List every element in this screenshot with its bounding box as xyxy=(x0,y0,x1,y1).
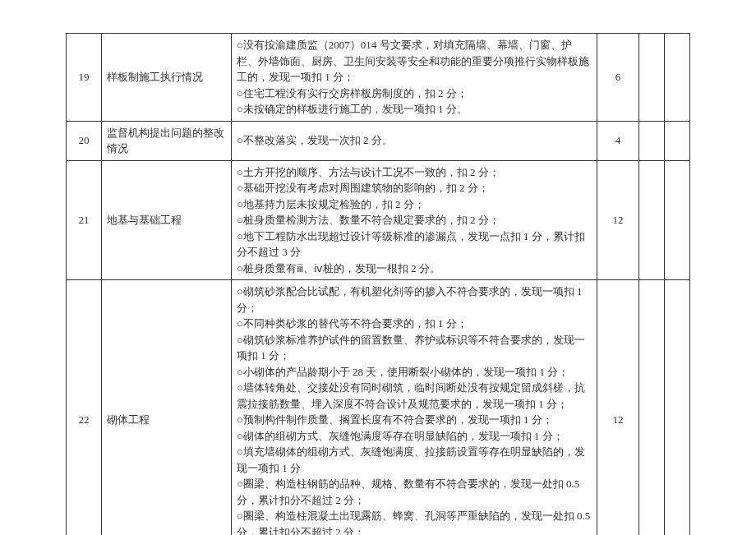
table-row: 19 样板制施工执行情况 ○没有按渝建质监（2007）014 号文要求，对填充隔… xyxy=(67,34,690,122)
item-name: 砌体工程 xyxy=(102,280,232,536)
desc-line: ○墙体转角处、交接处没有同时砌筑，临时间断处没有按规定留成斜槎，抗震拉接筋数量、… xyxy=(237,380,592,412)
blank-cell xyxy=(639,280,665,536)
desc-line: ○桩身质量检测方法、数量不符合规定要求的，扣 2 分； xyxy=(237,212,592,228)
desc-line: ○砌筑砂浆配合比试配，有机塑化剂等的掺入不符合要求的，发现一项扣 1 分； xyxy=(237,284,592,316)
desc-line: ○不整改落实，发现一次扣 2 分。 xyxy=(237,132,592,149)
desc-line: ○土方开挖的顺序、方法与设计工况不一致的，扣 2 分； xyxy=(237,164,592,181)
item-score: 12 xyxy=(597,160,639,280)
item-desc: ○没有按渝建质监（2007）014 号文要求，对填充隔墙、幕墙、门窗、护栏、外墙… xyxy=(232,34,597,122)
item-name: 样板制施工执行情况 xyxy=(102,34,232,122)
item-desc: ○砌筑砂浆配合比试配，有机塑化剂等的掺入不符合要求的，发现一项扣 1 分； ○不… xyxy=(232,280,597,536)
scoring-table: 19 样板制施工执行情况 ○没有按渝建质监（2007）014 号文要求，对填充隔… xyxy=(66,33,690,535)
desc-line: ○未按确定的样板进行施工的，发现一项扣 1 分。 xyxy=(237,101,592,118)
item-score: 6 xyxy=(597,34,639,122)
row-number: 19 xyxy=(67,34,102,122)
row-number: 20 xyxy=(67,121,102,160)
desc-line: ○预制构件制作质量、搁置长度有不符合要求的，发现一项扣 1 分； xyxy=(237,412,592,428)
table-row: 22 砌体工程 ○砌筑砂浆配合比试配，有机塑化剂等的掺入不符合要求的，发现一项扣… xyxy=(67,280,690,536)
desc-line: ○填充墙砌体的组砌方式、灰缝饱满度、拉接筋设置等存在明显缺陷的，发现一项扣 1 … xyxy=(237,444,592,476)
desc-line: ○住宅工程没有实行交房样板房制度的，扣 2 分； xyxy=(237,85,592,102)
desc-line: ○砌体的组砌方式、灰缝饱满度等存在明显缺陷的，发现一项扣 1 分； xyxy=(237,428,592,445)
blank-cell xyxy=(639,121,665,160)
item-name: 地基与基础工程 xyxy=(102,160,232,280)
item-score: 12 xyxy=(597,280,639,536)
desc-line: ○桩身质量有ⅲ、ⅳ桩的，发现一根扣 2 分。 xyxy=(237,261,592,277)
desc-line: ○不同种类砂浆的替代等不符合要求的，扣 1 分； xyxy=(237,316,592,332)
desc-line: ○地下工程防水出现超过设计等级标准的渗漏点，发现一点扣 1 分，累计扣分不超过 … xyxy=(237,228,592,261)
desc-line: ○小砌体的产品龄期小于 28 天，使用断裂小砌体的，发现一项扣 1 分； xyxy=(237,364,592,380)
row-number: 21 xyxy=(67,160,102,280)
desc-line: ○圈梁、构造柱混凝土出现露筋、蜂窝、孔洞等严重缺陷的，发现一处扣 0.5 分，累… xyxy=(237,508,592,535)
desc-line: ○地基持力层未按规定检验的，扣 2 分； xyxy=(237,196,592,213)
blank-cell xyxy=(665,160,690,280)
desc-line: ○没有按渝建质监（2007）014 号文要求，对填充隔墙、幕墙、门窗、护栏、外墙… xyxy=(237,37,592,85)
item-name: 监督机构提出问题的整改情况 xyxy=(102,121,232,160)
document-page: 19 样板制施工执行情况 ○没有按渝建质监（2007）014 号文要求，对填充隔… xyxy=(0,0,756,535)
desc-line: ○圈梁、构造柱钢筋的品种、规格、数量有不符合要求的，发现一处扣 0.5 分，累计… xyxy=(237,476,592,508)
row-number: 22 xyxy=(67,280,102,536)
item-score: 4 xyxy=(597,121,639,160)
desc-line: ○基础开挖没有考虑对周围建筑物的影响的，扣 2 分； xyxy=(237,180,592,196)
item-desc: ○不整改落实，发现一次扣 2 分。 xyxy=(232,121,597,160)
item-desc: ○土方开挖的顺序、方法与设计工况不一致的，扣 2 分； ○基础开挖没有考虑对周围… xyxy=(232,160,597,280)
blank-cell xyxy=(639,160,665,280)
blank-cell xyxy=(665,121,690,160)
blank-cell xyxy=(639,34,665,122)
table-row: 20 监督机构提出问题的整改情况 ○不整改落实，发现一次扣 2 分。 4 xyxy=(67,121,690,160)
desc-line: ○砌筑砂浆标准养护试件的留置数量、养护或标识等不符合要求的，发现一项扣 1 分； xyxy=(237,332,592,364)
table-row: 21 地基与基础工程 ○土方开挖的顺序、方法与设计工况不一致的，扣 2 分； ○… xyxy=(67,160,690,280)
blank-cell xyxy=(665,34,690,122)
blank-cell xyxy=(665,280,690,536)
